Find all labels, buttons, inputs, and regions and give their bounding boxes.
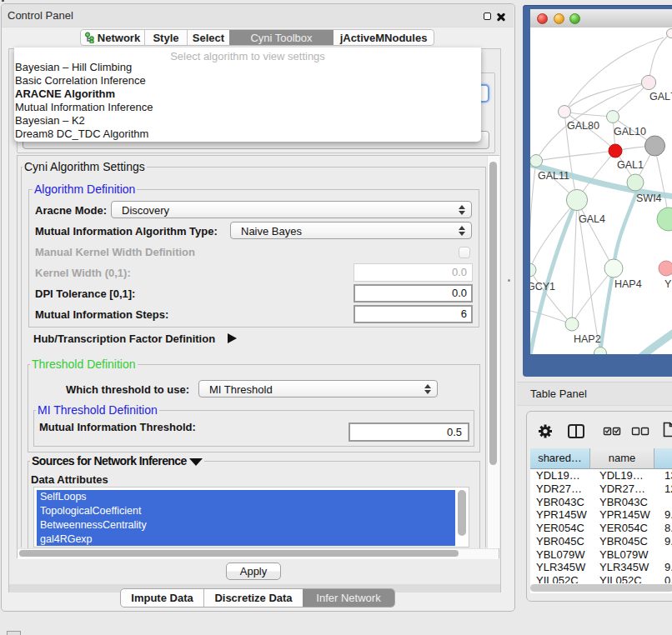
svg-text:GAL7: GAL7 bbox=[649, 91, 672, 102]
svg-text:GAL1: GAL1 bbox=[617, 159, 644, 171]
svg-text:GCY1: GCY1 bbox=[530, 281, 555, 292]
svg-text:Y: Y bbox=[664, 278, 672, 290]
svg-text:GAL11: GAL11 bbox=[538, 170, 569, 182]
svg-text:SWI4: SWI4 bbox=[636, 192, 662, 204]
svg-text:HAP2: HAP2 bbox=[574, 333, 601, 345]
svg-text:GAL10: GAL10 bbox=[614, 126, 646, 138]
svg-text:GAL4: GAL4 bbox=[579, 213, 605, 225]
svg-text:HAP4: HAP4 bbox=[614, 278, 642, 290]
svg-text:GAL80: GAL80 bbox=[567, 120, 599, 132]
